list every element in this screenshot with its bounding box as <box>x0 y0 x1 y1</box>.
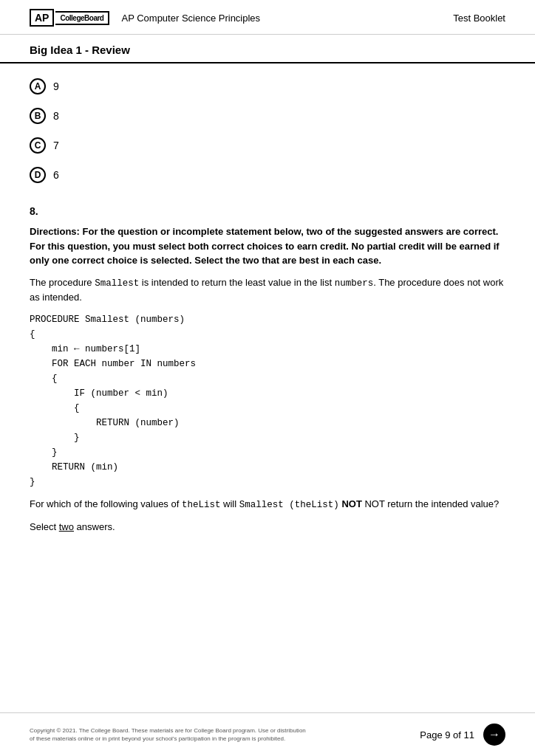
page-label: Page 9 of 11 <box>420 729 474 740</box>
choice-b[interactable]: B 8 <box>30 108 505 124</box>
header-left: AP CollegeBoard AP Computer Science Prin… <box>30 9 260 27</box>
choice-b-letter: B <box>35 111 41 121</box>
main-content: A 9 B 8 C 7 D 6 8. Directions: For th <box>0 63 535 594</box>
choice-c-circle: C <box>30 137 46 154</box>
select-text2: answers. <box>74 521 115 532</box>
choice-b-value: 8 <box>53 110 59 122</box>
question-8: 8. Directions: For the question or incom… <box>30 205 505 535</box>
choice-d-value: 6 <box>53 169 59 181</box>
cb-text: CollegeBoard <box>60 14 103 22</box>
q-bottom-text2: will <box>220 498 239 509</box>
question-8-intro: The procedure Smallest is intended to re… <box>30 275 505 305</box>
intro-text2: is intended to return the least value in… <box>139 277 335 288</box>
intro-text1: The procedure <box>30 277 95 288</box>
directions-bold: Directions: For the question or incomple… <box>30 226 500 266</box>
choice-c[interactable]: C 7 <box>30 137 505 154</box>
footer-copyright: Copyright © 2021. The College Board. The… <box>30 726 310 743</box>
cb-logo: CollegeBoard <box>55 11 109 25</box>
footer-page-info: Page 9 of 11 → <box>420 724 505 746</box>
question-8-bottom: For which of the following values of the… <box>30 497 505 512</box>
select-text1: Select <box>30 521 59 532</box>
choice-a-letter: A <box>35 81 41 92</box>
booklet-label: Test Booklet <box>453 13 505 24</box>
code-block: PROCEDURE Smallest (numbers) { min ← num… <box>30 312 505 489</box>
answer-choices: A 9 B 8 C 7 D 6 <box>30 78 505 183</box>
ap-text: AP <box>35 12 49 24</box>
choice-a-value: 9 <box>53 80 59 92</box>
choice-d-letter: D <box>35 170 41 180</box>
question-8-directions: Directions: For the question or incomple… <box>30 224 505 268</box>
choice-b-circle: B <box>30 108 46 124</box>
next-icon: → <box>488 728 500 741</box>
smallest-call-keyword: Smallest (theList) <box>239 500 339 510</box>
choice-d-circle: D <box>30 167 46 183</box>
page-footer: Copyright © 2021. The College Board. The… <box>0 712 535 756</box>
page-header: AP CollegeBoard AP Computer Science Prin… <box>0 0 535 35</box>
choice-c-letter: C <box>35 140 41 151</box>
next-button[interactable]: → <box>483 724 505 746</box>
choice-d[interactable]: D 6 <box>30 167 505 183</box>
choice-a-circle: A <box>30 78 46 94</box>
ap-logo: AP <box>30 9 54 27</box>
question-8-number: 8. <box>30 205 505 217</box>
choice-c-value: 7 <box>53 140 59 151</box>
smallest-keyword: Smallest <box>95 278 139 289</box>
not-keyword: NOT <box>339 498 362 509</box>
select-underline: two <box>59 521 74 532</box>
select-two-text: Select two answers. <box>30 520 505 535</box>
q-bottom-text1: For which of the following values of <box>30 498 182 509</box>
choice-a[interactable]: A 9 <box>30 78 505 94</box>
numbers-keyword: numbers <box>335 278 374 289</box>
course-title: AP Computer Science Principles <box>121 13 260 24</box>
the-list-keyword: theList <box>182 500 221 510</box>
section-title: Big Idea 1 - Review <box>0 35 535 63</box>
q-bottom-text3: NOT return the intended value? <box>362 498 500 509</box>
